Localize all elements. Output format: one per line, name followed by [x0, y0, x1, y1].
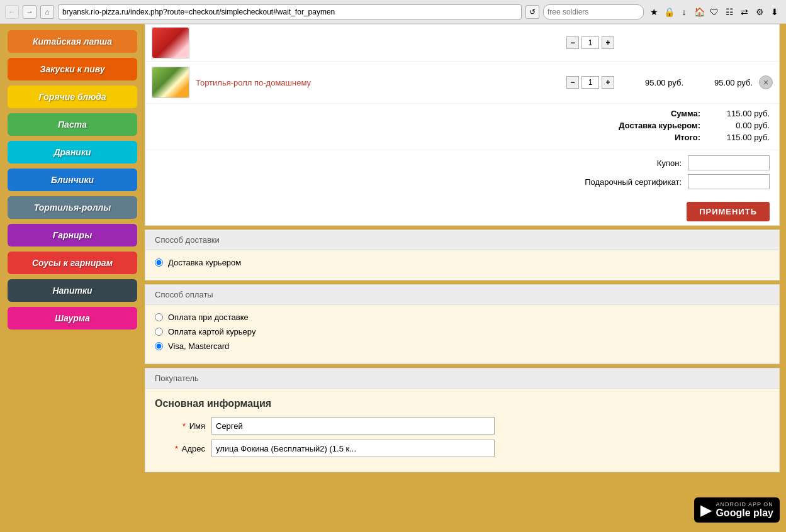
delivery-radio-courier[interactable]	[155, 258, 163, 267]
cart-item-0: − + ×	[145, 25, 779, 62]
payment-label-cash: Оплата при доставке	[168, 313, 249, 322]
sidebar-btn-pasta[interactable]: Паста	[8, 113, 137, 136]
subsection-title: Основная информация	[155, 398, 770, 409]
shield-icon[interactable]: 🛡	[708, 6, 721, 18]
payment-radio-card-courier[interactable]	[155, 328, 163, 336]
payment-section: Способ оплаты Оплата при доставке Оплата…	[145, 284, 780, 364]
cart-item-1-decrement[interactable]: −	[566, 76, 579, 89]
payment-option-cash: Оплата при доставке	[155, 313, 770, 322]
refresh-button[interactable]: ↺	[525, 5, 539, 19]
home-button[interactable]: ⌂	[40, 5, 54, 19]
gift-input[interactable]	[688, 174, 770, 189]
cart-item-1-remove[interactable]: ×	[759, 75, 773, 89]
gift-row: Подарочный сертификат:	[155, 174, 770, 189]
main-content: − + × Тортилья-ролл по-домашнему −	[145, 24, 786, 532]
customer-header: Покупатель	[145, 369, 779, 389]
search-bar[interactable]	[543, 4, 644, 19]
sidebar-btn-napitki[interactable]: Напитки	[8, 279, 137, 302]
apply-button[interactable]: ПРИМЕНИТЬ	[687, 202, 770, 221]
address-row: * Адрес	[155, 440, 770, 457]
android-app-label: ANDROID APP ON	[716, 501, 773, 507]
summa-value: 115.00 руб.	[707, 109, 770, 118]
payment-body: Оплата при доставке Оплата картой курьер…	[145, 305, 779, 363]
sidebar: Китайская лапшаЗакуски к пивуГорячие блю…	[0, 24, 145, 532]
back-button[interactable]: ←	[5, 5, 19, 19]
itogo-row: Итого: 115.00 руб.	[155, 133, 770, 142]
sidebar-btn-goryachie-blyuda[interactable]: Горячие блюда	[8, 86, 137, 108]
delivery-header: Способ доставки	[145, 230, 779, 250]
cart-item-1-qty-input[interactable]	[581, 76, 599, 89]
page-container: Китайская лапшаЗакуски к пивуГорячие блю…	[0, 24, 786, 532]
sidebar-btn-tortilya-rolly[interactable]: Тортилья-роллы	[8, 196, 137, 219]
cart-item-1-image	[152, 67, 189, 98]
home2-icon[interactable]: 🏠	[693, 6, 705, 18]
address-input[interactable]	[211, 440, 495, 457]
cart-item-1-link[interactable]: Тортилья-ролл по-домашнему	[196, 78, 311, 87]
cart-area: − + × Тортилья-ролл по-домашнему −	[145, 24, 780, 226]
forward-button[interactable]: →	[23, 5, 36, 19]
apps-icon[interactable]: ☷	[723, 6, 736, 18]
payment-label-visa: Visa, Mastercard	[168, 341, 229, 351]
coupon-label: Купон:	[657, 158, 682, 168]
browser-chrome: ← → ⌂ ↺ ★ 🔒 ↓ 🏠 🛡 ☷ ⇄ ⚙ ⬇	[0, 0, 786, 24]
sidebar-btn-blinchiki[interactable]: Блинчики	[8, 169, 137, 191]
delivery-body: Доставка курьером	[145, 250, 779, 280]
payment-radio-visa[interactable]	[155, 342, 163, 350]
cart-item-1-qty: − +	[566, 76, 614, 89]
star-icon[interactable]: ★	[648, 6, 660, 18]
name-label-text: Имя	[189, 421, 205, 431]
name-input[interactable]	[211, 417, 495, 435]
download-icon[interactable]: ↓	[678, 6, 690, 18]
cart-item-1-price: 95.00 руб.	[620, 78, 683, 87]
google-play-icon: ▶	[700, 501, 712, 519]
google-play-name: Google play	[716, 507, 773, 519]
url-bar[interactable]	[58, 4, 522, 19]
coupon-row: Купон:	[155, 155, 770, 170]
cart-item-0-img-placeholder	[152, 28, 189, 58]
coupon-section: Купон: Подарочный сертификат:	[145, 150, 779, 198]
delivery-label-courier: Доставка курьером	[168, 258, 241, 267]
sync-icon[interactable]: ⇄	[738, 6, 751, 18]
toolbar-icons: ★ 🔒 ↓ 🏠 🛡 ☷ ⇄ ⚙ ⬇	[648, 6, 781, 18]
summa-label: Сумма:	[671, 109, 700, 118]
payment-radio-cash[interactable]	[155, 313, 163, 321]
cart-item-1-increment[interactable]: +	[602, 76, 614, 89]
totals-section: Сумма: 115.00 руб. Доставка курьером: 0.…	[145, 104, 779, 150]
itogo-label: Итого:	[675, 133, 700, 142]
cart-item-0-image	[152, 27, 189, 58]
payment-label-card-courier: Оплата картой курьеру	[168, 327, 255, 336]
lock-icon[interactable]: 🔒	[663, 6, 675, 18]
delivery-row: Доставка курьером: 0.00 руб.	[155, 121, 770, 130]
cart-item-0-increment[interactable]: +	[602, 36, 614, 49]
download2-icon[interactable]: ⬇	[768, 6, 781, 18]
coupon-input[interactable]	[688, 155, 770, 170]
summa-row: Сумма: 115.00 руб.	[155, 109, 770, 118]
address-required: *	[175, 444, 178, 453]
payment-header: Способ оплаты	[145, 285, 779, 305]
delivery-label: Доставка курьером:	[619, 121, 700, 130]
cart-item-1-img	[152, 67, 189, 97]
sidebar-btn-draniki[interactable]: Драники	[8, 141, 137, 163]
sidebar-btn-zakuski-k-pivu[interactable]: Закуски к пиву	[8, 58, 137, 80]
extension-icon[interactable]: ⚙	[753, 6, 766, 18]
sidebar-btn-kitayskaya-lapsha[interactable]: Китайская лапша	[8, 30, 137, 53]
customer-section: Покупатель Основная информация * Имя * А…	[145, 368, 780, 472]
address-label-text: Адрес	[182, 444, 205, 453]
cart-item-1-total: 95.00 руб.	[690, 78, 753, 87]
sidebar-btn-sousy-k-garniram[interactable]: Соусы к гарнирам	[8, 252, 137, 274]
cart-item-0-qty: − +	[566, 36, 614, 49]
google-play-badge[interactable]: ▶ ANDROID APP ON Google play	[694, 497, 780, 523]
cart-item-0-qty-input[interactable]	[581, 36, 599, 49]
name-required: *	[182, 421, 186, 431]
cart-item-1-name: Тортилья-ролл по-домашнему	[196, 78, 560, 87]
sidebar-btn-garniры[interactable]: Гарниры	[8, 224, 137, 247]
delivery-option-courier: Доставка курьером	[155, 258, 770, 267]
delivery-value: 0.00 руб.	[707, 121, 770, 130]
itogo-value: 115.00 руб.	[707, 133, 770, 142]
cart-item-0-decrement[interactable]: −	[566, 36, 579, 49]
google-play-text: ANDROID APP ON Google play	[716, 501, 773, 519]
sidebar-btn-shaurma[interactable]: Шаурма	[8, 307, 137, 330]
payment-option-card-courier: Оплата картой курьеру	[155, 327, 770, 336]
cart-item-1: Тортилья-ролл по-домашнему − + 95.00 руб…	[145, 62, 779, 104]
name-label: * Имя	[155, 421, 205, 431]
